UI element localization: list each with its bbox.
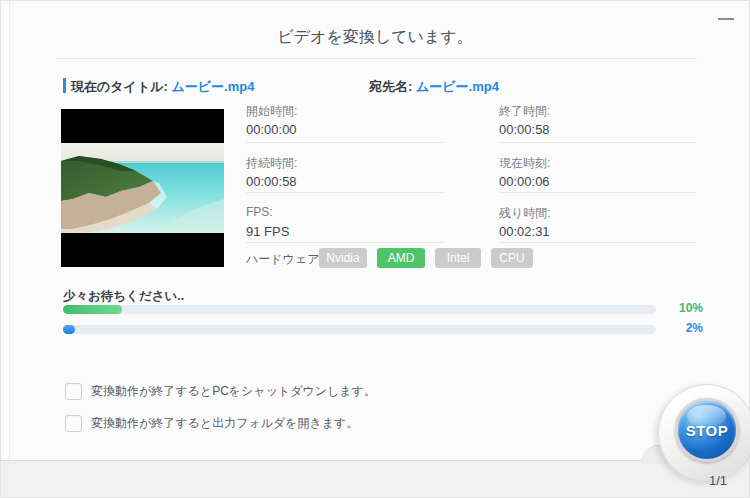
page-indicator: 1/1 [709,473,727,488]
hardware-badge-intel[interactable]: Intel [435,248,481,268]
dialog-title: ビデオを変換しています。 [1,27,749,48]
current-title-row: 現在のタイトル: ムービー.mp4 [71,78,254,96]
remaining-time-value: 00:02:31 [499,224,550,239]
stop-button-label: STOP [686,422,729,439]
current-time-value: 00:00:06 [499,174,550,189]
please-wait-text: 少々お待ちください.. [63,288,184,305]
current-time-label: 現在時刻: [499,155,550,172]
fps-label: FPS: [246,205,273,219]
destination-label: 宛先名: [369,79,412,94]
start-time-value: 00:00:00 [246,122,297,137]
accent-bar [63,78,66,93]
shutdown-pc-checkbox[interactable] [65,383,82,400]
open-folder-checkbox[interactable] [65,415,82,432]
fps-value: 91 FPS [246,224,289,239]
shutdown-pc-label: 変換動作が終了するとPCをシャットダウンします。 [91,383,376,400]
field-underline [246,242,444,243]
total-progress-fill [63,305,122,314]
current-progress-percent: 2% [661,321,703,335]
current-title-label: 現在のタイトル: [71,79,168,94]
open-folder-label: 変換動作が終了すると出力フォルダを開きます。 [91,415,358,432]
header-divider [56,58,697,59]
field-underline [499,192,697,193]
total-progress-percent: 10% [661,301,703,315]
minimize-icon [718,18,734,20]
destination-row: 宛先名: ムービー.mp4 [369,78,499,96]
destination-filename: ムービー.mp4 [416,79,499,94]
total-progress-bar [63,305,656,314]
end-time-label: 終了時間: [499,103,550,120]
video-preview-thumbnail [61,109,224,267]
remaining-time-label: 残り時間: [499,205,551,222]
footer-bar [1,460,749,497]
current-progress-fill [63,325,75,334]
hardware-badge-cpu[interactable]: CPU [491,248,533,268]
coast-scene-image [61,109,224,267]
shutdown-pc-option[interactable]: 変換動作が終了するとPCをシャットダウンします。 [65,383,376,400]
current-progress-bar [63,325,656,334]
stop-button[interactable]: STOP [675,398,739,462]
minimize-button[interactable] [709,5,743,25]
end-time-value: 00:00:58 [499,122,550,137]
start-time-label: 開始時間: [246,103,297,120]
convert-dialog: ビデオを変換しています。 現在のタイトル: ムービー.mp4 宛先名: ムービー… [0,0,750,498]
current-title-filename: ムービー.mp4 [171,79,254,94]
duration-value: 00:00:58 [246,174,297,189]
field-underline [246,142,444,143]
hardware-badge-nvidia[interactable]: Nvidia [319,248,367,268]
hardware-badge-amd[interactable]: AMD [377,248,425,268]
field-underline [499,242,697,243]
field-underline [499,142,697,143]
duration-label: 持続時間: [246,155,297,172]
hardware-label: ハードウェア: [246,251,323,268]
window-edge-line [9,1,10,461]
open-folder-option[interactable]: 変換動作が終了すると出力フォルダを開きます。 [65,415,358,432]
field-underline [246,192,444,193]
